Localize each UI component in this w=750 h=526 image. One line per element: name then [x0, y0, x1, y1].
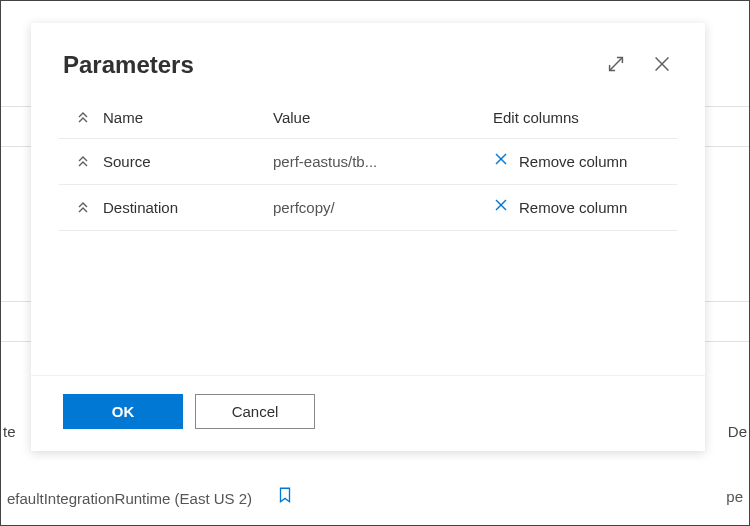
column-header-value: Value [273, 109, 463, 126]
background-truncated-text: De [728, 423, 747, 440]
parameter-value: perfcopy/ [273, 199, 463, 216]
table-header-row: Name Value Edit columns [59, 97, 677, 139]
integration-runtime-label: efaultIntegrationRuntime (East US 2) [7, 490, 252, 507]
bookmark-icon[interactable] [276, 486, 294, 507]
table-row: Destination perfcopy/ Remove column [59, 185, 677, 231]
collapse-row-icon[interactable] [63, 154, 103, 170]
remove-x-icon [493, 197, 509, 218]
parameter-value: perf-eastus/tb... [273, 153, 463, 170]
cancel-button[interactable]: Cancel [195, 394, 315, 429]
dialog-header-actions [605, 53, 673, 75]
remove-column-button[interactable]: Remove column [463, 197, 673, 218]
dialog-body: Name Value Edit columns Source perf-east… [31, 97, 705, 375]
dialog-footer: OK Cancel [31, 375, 705, 451]
ok-button[interactable]: OK [63, 394, 183, 429]
table-row: Source perf-eastus/tb... Remove column [59, 139, 677, 185]
close-icon[interactable] [651, 53, 673, 75]
remove-column-label: Remove column [519, 153, 627, 170]
column-header-edit: Edit columns [463, 109, 673, 126]
dialog-title: Parameters [63, 51, 194, 79]
parameter-name: Destination [103, 199, 273, 216]
column-header-name: Name [103, 109, 273, 126]
expand-icon[interactable] [605, 53, 627, 75]
dialog-header: Parameters [31, 23, 705, 97]
collapse-all-icon[interactable] [63, 110, 103, 126]
background-truncated-text: pe [726, 488, 743, 505]
background-bottom-row: efaultIntegrationRuntime (East US 2) pe [1, 486, 749, 507]
collapse-row-icon[interactable] [63, 200, 103, 216]
remove-column-button[interactable]: Remove column [463, 151, 673, 172]
parameters-dialog: Parameters [31, 23, 705, 451]
parameter-name: Source [103, 153, 273, 170]
remove-x-icon [493, 151, 509, 172]
remove-column-label: Remove column [519, 199, 627, 216]
svg-line-0 [610, 58, 623, 71]
background-truncated-text: te [3, 423, 16, 440]
